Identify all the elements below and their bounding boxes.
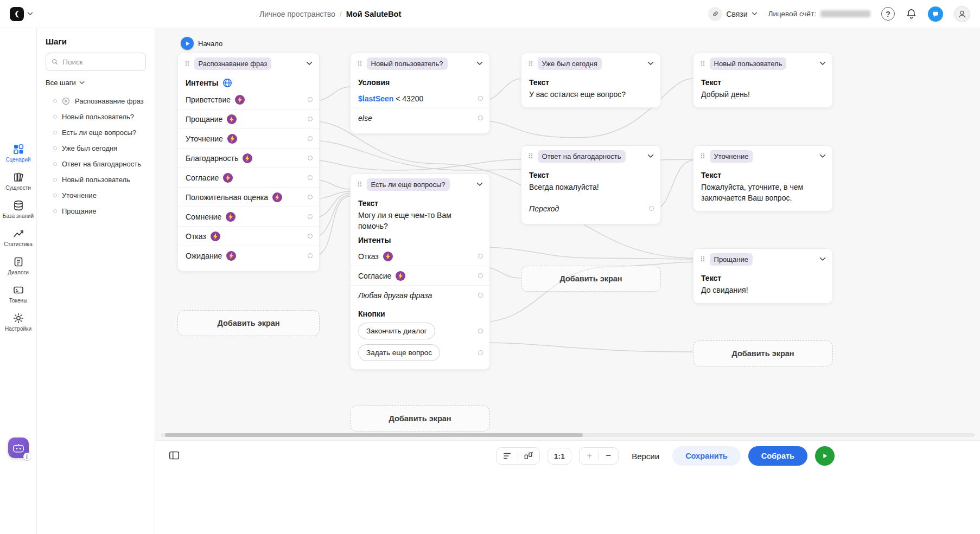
output-port[interactable] <box>478 329 483 333</box>
assistant-button[interactable] <box>928 7 943 22</box>
sidebar-item-knowledge-base[interactable]: База знаний <box>1 198 36 220</box>
panel-toggle-button[interactable] <box>168 449 180 461</box>
search-input[interactable] <box>62 58 140 66</box>
drag-handle-icon[interactable]: ⠿ <box>700 153 705 160</box>
output-port[interactable] <box>308 214 313 219</box>
steps-search[interactable] <box>46 53 146 71</box>
node-header[interactable]: ⠿ Ответ на благодарность <box>521 146 660 166</box>
add-screen-button[interactable]: Добавить экран <box>693 340 833 366</box>
notifications-bell-icon[interactable] <box>906 8 917 20</box>
add-screen-button[interactable]: Добавить экран <box>521 266 661 292</box>
drag-handle-icon[interactable]: ⠿ <box>528 60 533 67</box>
scrollbar-thumb[interactable] <box>165 433 583 437</box>
sidebar-item-dialogs[interactable]: Диалоги <box>1 255 36 276</box>
intent-row[interactable]: Положительная оценка <box>178 188 319 207</box>
flow-canvas[interactable]: Начало ⠿ Распознавание фраз Интенты <box>155 28 980 440</box>
breadcrumb-root[interactable]: Личное пространство <box>259 10 335 18</box>
else-row[interactable]: else <box>351 108 489 128</box>
node-header[interactable]: ⠿ Уже был сегодня <box>521 53 660 74</box>
intent-row[interactable]: Отказ <box>351 247 489 266</box>
intent-row[interactable]: Ожидание <box>178 246 319 266</box>
drag-handle-icon[interactable]: ⠿ <box>184 60 190 67</box>
intent-row[interactable]: Сомнение <box>178 207 319 227</box>
node-header[interactable]: ⠿ Прощание <box>693 249 832 269</box>
drag-handle-icon[interactable]: ⠿ <box>700 256 705 263</box>
dialog-button-ask-more[interactable]: Задать еще вопрос <box>358 344 440 361</box>
output-port[interactable] <box>308 195 313 200</box>
any-phrase-row[interactable]: Любая другая фраза <box>351 286 489 305</box>
steps-list-item[interactable]: Ответ на благодарность <box>46 156 146 172</box>
app-logo[interactable] <box>10 7 33 21</box>
zoom-out-button[interactable]: − <box>604 452 612 460</box>
intent-row[interactable]: Уточнение <box>178 129 319 149</box>
collapse-chevron-icon[interactable] <box>819 257 826 261</box>
run-button[interactable] <box>815 446 835 466</box>
collapse-chevron-icon[interactable] <box>819 61 826 66</box>
output-port[interactable] <box>478 273 483 278</box>
steps-list-item[interactable]: Новый пользователь? <box>46 109 146 125</box>
intent-row[interactable]: Отказ <box>178 227 319 246</box>
collapse-chevron-icon[interactable] <box>647 61 654 66</box>
output-port[interactable] <box>308 156 313 160</box>
output-port[interactable] <box>308 97 313 102</box>
node-was-today[interactable]: ⠿ Уже был сегодня Текст У вас остался ещ… <box>521 53 661 108</box>
steps-list-item[interactable]: Новый пользователь <box>46 172 146 188</box>
collapse-chevron-icon[interactable] <box>647 154 654 158</box>
node-new-user[interactable]: ⠿ Новый пользователь Текст Добрый день! <box>693 53 833 108</box>
save-button[interactable]: Сохранить <box>672 446 741 466</box>
zoom-in-button[interactable]: + <box>586 452 593 460</box>
build-button[interactable]: Собрать <box>748 446 807 466</box>
output-port[interactable] <box>308 117 313 121</box>
node-header[interactable]: ⠿ Есть ли еще вопросы? <box>351 174 489 195</box>
versions-button[interactable]: Версии <box>626 447 665 465</box>
collapse-chevron-icon[interactable] <box>476 61 483 66</box>
output-port[interactable] <box>308 175 313 180</box>
add-screen-button[interactable]: Добавить экран <box>350 406 490 432</box>
intent-row[interactable]: Приветствие <box>178 90 319 110</box>
node-phrase-recognition[interactable]: ⠿ Распознавание фраз Интенты Приветствие… <box>177 53 320 272</box>
collapse-chevron-icon[interactable] <box>306 61 313 66</box>
output-port[interactable] <box>478 96 483 101</box>
steps-list-item[interactable]: Распознавание фраз <box>46 93 146 109</box>
condition-row[interactable]: $lastSeen < 43200 <box>351 89 489 108</box>
zoom-reset-button[interactable]: 1:1 <box>548 448 571 465</box>
dialog-button-end[interactable]: Закончить диалог <box>358 323 435 339</box>
assistant-robot-button[interactable]: j <box>8 438 29 458</box>
node-new-user-question[interactable]: ⠿ Новый пользователь? Условия $lastSeen … <box>350 53 490 134</box>
minimap-button[interactable] <box>524 452 533 460</box>
transition-row[interactable]: Переход <box>521 199 660 218</box>
node-more-questions[interactable]: ⠿ Есть ли еще вопросы? Текст Могу ли я е… <box>350 173 490 370</box>
sidebar-item-scenario[interactable]: Сценарий <box>1 142 36 164</box>
drag-handle-icon[interactable]: ⠿ <box>357 60 362 67</box>
links-button[interactable]: Связи <box>708 7 757 21</box>
output-port[interactable] <box>478 350 483 355</box>
output-port[interactable] <box>308 234 313 239</box>
output-port[interactable] <box>478 293 483 298</box>
output-port[interactable] <box>478 115 483 120</box>
horizontal-scrollbar[interactable] <box>161 433 975 437</box>
start-play-icon[interactable] <box>181 37 194 50</box>
node-thanks-reply[interactable]: ⠿ Ответ на благодарность Текст Всегда по… <box>521 145 661 224</box>
node-header[interactable]: ⠿ Новый пользователь? <box>351 53 489 74</box>
node-farewell[interactable]: ⠿ Прощание Текст До свидания! <box>693 248 833 304</box>
output-port[interactable] <box>308 253 313 258</box>
sidebar-item-statistics[interactable]: Статистика <box>1 227 36 248</box>
node-header[interactable]: ⠿ Распознавание фраз <box>178 53 319 74</box>
node-clarification[interactable]: ⠿ Уточнение Текст Пожалуйста, уточните, … <box>693 145 833 211</box>
start-node[interactable]: Начало <box>181 37 222 50</box>
sidebar-item-settings[interactable]: Настройки <box>1 311 36 333</box>
add-screen-button[interactable]: Добавить экран <box>177 310 320 336</box>
drag-handle-icon[interactable]: ⠿ <box>357 181 362 188</box>
intent-row[interactable]: Согласие <box>351 266 489 286</box>
steps-list-item[interactable]: Уже был сегодня <box>46 140 146 156</box>
drag-handle-icon[interactable]: ⠿ <box>700 60 705 67</box>
intent-row[interactable]: Согласие <box>178 168 319 188</box>
collapse-chevron-icon[interactable] <box>819 154 826 158</box>
auto-align-button[interactable] <box>502 452 512 460</box>
steps-filter[interactable]: Все шаги <box>46 79 146 87</box>
intent-row[interactable]: Благодарность <box>178 149 319 168</box>
sidebar-item-entities[interactable]: Сущности <box>1 170 36 192</box>
intent-row[interactable]: Прощание <box>178 110 319 129</box>
drag-handle-icon[interactable]: ⠿ <box>528 153 533 160</box>
output-port[interactable] <box>649 206 654 211</box>
